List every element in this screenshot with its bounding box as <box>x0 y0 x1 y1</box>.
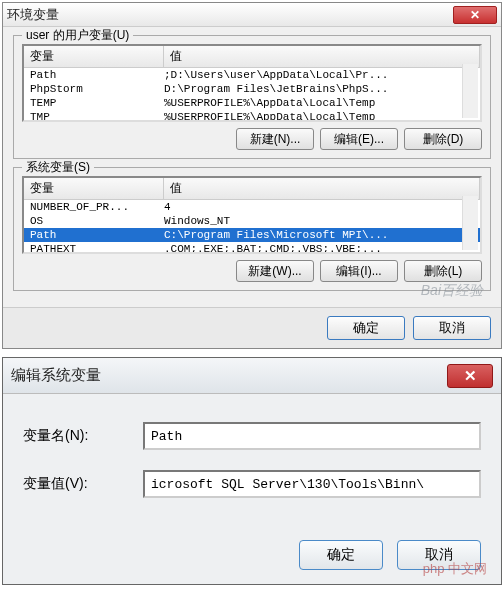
title-text: 环境变量 <box>7 6 453 24</box>
ok-button[interactable]: 确定 <box>327 316 405 340</box>
delete-user-var-button[interactable]: 删除(D) <box>404 128 482 150</box>
ok-button[interactable]: 确定 <box>299 540 383 570</box>
sys-group-label: 系统变量(S) <box>22 159 94 176</box>
user-vars-group: user 的用户变量(U) 变量 值 Path;D:\Users\user\Ap… <box>13 35 491 159</box>
list-header: 变量 值 <box>24 46 480 68</box>
sys-vars-group: 系统变量(S) 变量 值 NUMBER_OF_PR...4 OSWindows_… <box>13 167 491 291</box>
new-user-var-button[interactable]: 新建(N)... <box>236 128 314 150</box>
user-vars-list[interactable]: 变量 值 Path;D:\Users\user\AppData\Local\Pr… <box>22 44 482 122</box>
var-name-row: 变量名(N): <box>23 422 481 450</box>
col-value[interactable]: 值 <box>164 178 480 199</box>
titlebar[interactable]: 环境变量 ✕ <box>3 3 501 27</box>
user-group-label: user 的用户变量(U) <box>22 27 133 44</box>
list-header: 变量 值 <box>24 178 480 200</box>
new-sys-var-button[interactable]: 新建(W)... <box>236 260 314 282</box>
env-vars-dialog: 环境变量 ✕ user 的用户变量(U) 变量 值 Path;D:\Users\… <box>2 2 502 349</box>
title-text: 编辑系统变量 <box>11 366 447 385</box>
close-button[interactable]: ✕ <box>447 364 493 388</box>
var-name-input[interactable] <box>143 422 481 450</box>
close-icon: ✕ <box>470 8 480 22</box>
edit-sys-var-dialog: 编辑系统变量 ✕ 变量名(N): 变量值(V): 确定 取消 php 中文网 <box>2 357 502 585</box>
list-row[interactable]: Path;D:\Users\user\AppData\Local\Pr... <box>24 68 480 82</box>
list-row[interactable]: NUMBER_OF_PR...4 <box>24 200 480 214</box>
list-row[interactable]: TEMP%USERPROFILE%\AppData\Local\Temp <box>24 96 480 110</box>
col-variable[interactable]: 变量 <box>24 46 164 67</box>
col-value[interactable]: 值 <box>164 46 480 67</box>
var-value-row: 变量值(V): <box>23 470 481 498</box>
dialog-footer: 确定 取消 <box>3 534 501 584</box>
var-name-label: 变量名(N): <box>23 427 143 445</box>
list-row[interactable]: OSWindows_NT <box>24 214 480 228</box>
list-row[interactable]: TMP%USERPROFILE%\AppData\Local\Temp <box>24 110 480 122</box>
var-value-label: 变量值(V): <box>23 475 143 493</box>
close-icon: ✕ <box>464 367 477 385</box>
scrollbar[interactable] <box>462 196 478 250</box>
titlebar[interactable]: 编辑系统变量 ✕ <box>3 358 501 394</box>
cancel-button[interactable]: 取消 <box>397 540 481 570</box>
dialog-footer: 确定 取消 <box>3 307 501 348</box>
delete-sys-var-button[interactable]: 删除(L) <box>404 260 482 282</box>
col-variable[interactable]: 变量 <box>24 178 164 199</box>
user-list-body: Path;D:\Users\user\AppData\Local\Pr... P… <box>24 68 480 122</box>
close-button[interactable]: ✕ <box>453 6 497 24</box>
list-row[interactable]: PhpStormD:\Program Files\JetBrains\PhpS.… <box>24 82 480 96</box>
user-buttons: 新建(N)... 编辑(E)... 删除(D) <box>22 128 482 150</box>
scrollbar[interactable] <box>462 64 478 118</box>
sys-vars-list[interactable]: 变量 值 NUMBER_OF_PR...4 OSWindows_NT PathC… <box>22 176 482 254</box>
edit-user-var-button[interactable]: 编辑(E)... <box>320 128 398 150</box>
sys-buttons: 新建(W)... 编辑(I)... 删除(L) <box>22 260 482 282</box>
list-row[interactable]: PATHEXT.COM;.EXE;.BAT;.CMD;.VBS;.VBE;... <box>24 242 480 254</box>
var-value-input[interactable] <box>143 470 481 498</box>
edit-sys-var-button[interactable]: 编辑(I)... <box>320 260 398 282</box>
cancel-button[interactable]: 取消 <box>413 316 491 340</box>
list-row-selected[interactable]: PathC:\Program Files\Microsoft MPI\... <box>24 228 480 242</box>
sys-list-body: NUMBER_OF_PR...4 OSWindows_NT PathC:\Pro… <box>24 200 480 254</box>
dialog-body: 变量名(N): 变量值(V): <box>3 394 501 534</box>
dialog-body: user 的用户变量(U) 变量 值 Path;D:\Users\user\Ap… <box>3 27 501 307</box>
